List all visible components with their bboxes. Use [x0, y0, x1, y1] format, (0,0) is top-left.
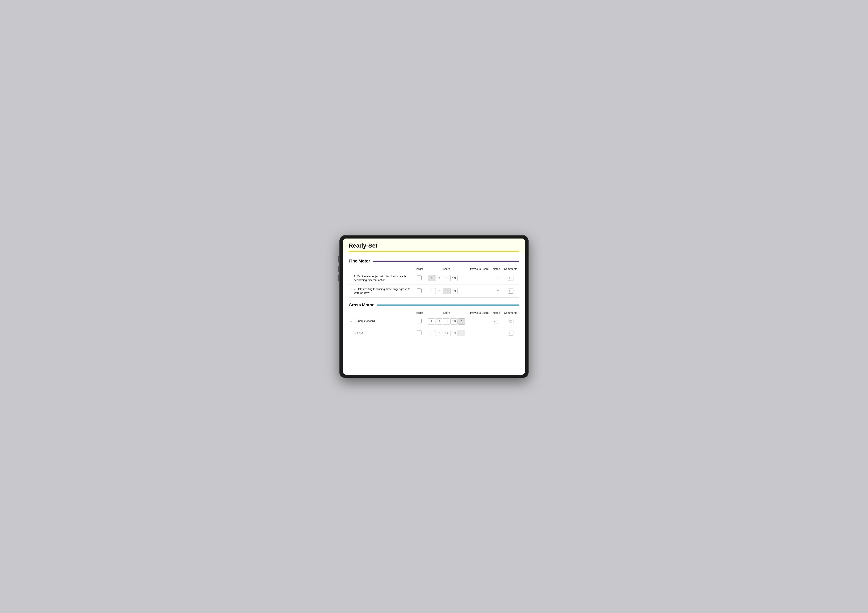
table-row: + 3. Jumps forward 2 1A — [349, 316, 519, 327]
row3-score-1i[interactable]: 1I — [443, 318, 450, 325]
col-score-gm: Score — [425, 310, 468, 316]
row1-dropdown-arrow-icon: ▾ — [498, 277, 499, 279]
row4-score-2[interactable]: 2 — [428, 330, 435, 336]
row4-description: + 4. Skips — [349, 327, 414, 339]
row3-score-2[interactable]: 2 — [428, 318, 435, 325]
row2-expand-icon[interactable]: + — [350, 288, 352, 292]
row4-expand-icon[interactable]: + — [350, 331, 352, 335]
row3-score-1ai[interactable]: 1AI — [450, 318, 457, 325]
row1-notes-cell: -- ▾ — [491, 272, 502, 285]
row2-score-cell: 2 1A 1I 1AI 0 — [425, 285, 468, 297]
row4-score-1ai[interactable]: 1AI — [450, 330, 457, 336]
svg-rect-0 — [510, 277, 512, 279]
col-comments-fm: Comments — [502, 266, 519, 272]
row2-target-cell — [414, 285, 425, 297]
row2-dropdown-arrow-icon: ▾ — [498, 289, 499, 292]
row3-target-checkbox[interactable] — [417, 319, 422, 324]
row2-score-1a[interactable]: 1A — [435, 288, 442, 294]
col-target-gm: Target — [414, 310, 425, 316]
row4-text: 4. Skips — [354, 331, 363, 334]
gross-motor-section: Gross Motor Target Score Previous Score … — [349, 303, 519, 339]
row1-label: + 1. Manipulates object with two hands, … — [350, 274, 412, 282]
gross-motor-header: Gross Motor — [349, 303, 519, 308]
row4-previous-cell — [468, 327, 491, 339]
row4-score-group: 2 1A 1b 1AI 0 — [427, 330, 466, 336]
row2-notes-cell: -- ▾ — [491, 285, 502, 297]
row1-score-group: 2 1A 1I 1AI 0 — [427, 275, 466, 282]
row2-comments-cell — [502, 285, 519, 297]
row2-notes-dropdown[interactable]: -- ▾ — [494, 289, 499, 293]
row1-comment-icon[interactable] — [508, 276, 513, 281]
row1-score-0[interactable]: 0 — [458, 275, 465, 282]
svg-rect-3 — [510, 332, 512, 334]
row1-comments-cell — [502, 272, 519, 285]
row4-score-0[interactable]: 0 — [458, 330, 465, 336]
row2-score-1ai[interactable]: 1AI — [450, 288, 457, 294]
row4-score-1i[interactable]: 1b — [443, 330, 450, 336]
row4-target-checkbox[interactable] — [417, 330, 422, 335]
row2-score-2[interactable]: 2 — [428, 288, 435, 294]
row2-target-checkbox[interactable] — [417, 288, 422, 293]
row3-score-1a[interactable]: 1A — [435, 318, 442, 325]
row4-label: + 4. Skips — [350, 331, 412, 335]
row3-comments-cell — [502, 316, 519, 327]
row3-score-cell: 2 1A 1I 1AI 0 — [425, 316, 468, 327]
gross-motor-table: Target Score Previous Score Notes Commen… — [349, 310, 519, 339]
side-button-top[interactable] — [338, 256, 339, 263]
side-button-mid[interactable] — [338, 266, 339, 272]
fine-motor-title: Fine Motor — [349, 259, 370, 263]
row3-expand-icon[interactable]: + — [350, 320, 352, 324]
row3-score-0[interactable]: 0 — [458, 318, 465, 325]
comment-bubble-icon — [509, 277, 512, 280]
gross-motor-bar — [377, 305, 519, 305]
row1-text: 1. Manipulates object with two hands, ea… — [354, 274, 412, 282]
row4-score-cell: 2 1A 1b 1AI 0 — [425, 327, 468, 339]
row2-text: 2. Holds writing tool using three-finger… — [354, 287, 412, 295]
row2-score-group: 2 1A 1I 1AI 0 — [427, 288, 466, 294]
row3-description: + 3. Jumps forward — [349, 316, 414, 327]
app-header: Ready-Set — [343, 238, 525, 254]
row2-previous-cell — [468, 285, 491, 297]
row4-comment-icon[interactable] — [508, 331, 513, 336]
row2-description: + 2. Holds writing tool using three-fing… — [349, 285, 414, 297]
row3-notes-text: -- — [494, 320, 497, 323]
row4-score-1a[interactable]: 1A — [435, 330, 442, 336]
svg-rect-2 — [510, 320, 512, 322]
row2-comment-icon[interactable] — [508, 288, 513, 294]
tablet-screen: Ready-Set Fine Motor Target Score Pre — [343, 238, 525, 375]
row1-score-cell: 2 1A 1I 1AI 0 — [425, 272, 468, 285]
row1-score-1a[interactable]: 1A — [435, 275, 442, 282]
row3-notes-dropdown[interactable]: -- ▾ — [494, 320, 499, 324]
row1-target-cell — [414, 272, 425, 285]
comment-bubble-icon — [509, 332, 512, 334]
row3-comment-icon[interactable] — [508, 319, 513, 324]
col-previous-gm: Previous Score — [468, 310, 491, 316]
row1-expand-icon[interactable]: + — [350, 275, 352, 279]
row1-description: + 1. Manipulates object with two hands, … — [349, 272, 414, 285]
col-description-gm — [349, 310, 414, 316]
side-button-bot[interactable] — [338, 275, 339, 282]
row1-notes-text: -- — [494, 276, 497, 280]
row3-text: 3. Jumps forward — [354, 319, 375, 323]
row3-label: + 3. Jumps forward — [350, 319, 412, 324]
row1-notes-dropdown[interactable]: -- ▾ — [494, 276, 499, 280]
col-target-fm: Target — [414, 266, 425, 272]
col-description-fm — [349, 266, 414, 272]
row2-score-0[interactable]: 0 — [458, 288, 465, 294]
col-notes-fm: Notes — [491, 266, 502, 272]
row3-score-group: 2 1A 1I 1AI 0 — [427, 318, 466, 325]
table-row: + 2. Holds writing tool using three-fing… — [349, 285, 519, 297]
gross-motor-title: Gross Motor — [349, 303, 374, 308]
table-row: + 1. Manipulates object with two hands, … — [349, 272, 519, 285]
row1-target-checkbox[interactable] — [417, 276, 422, 280]
row4-comments-cell — [502, 327, 519, 339]
fine-motor-bar — [373, 261, 519, 262]
fine-motor-section: Fine Motor Target Score Previous Score N… — [349, 259, 519, 298]
row1-score-1i[interactable]: 1I — [443, 275, 450, 282]
row1-score-1ai[interactable]: 1AI — [450, 275, 457, 282]
row1-previous-cell — [468, 272, 491, 285]
comment-bubble-icon — [509, 290, 512, 292]
row2-score-1i[interactable]: 1I — [443, 288, 450, 294]
row1-score-2[interactable]: 2 — [428, 275, 435, 282]
col-score-fm: Score — [425, 266, 468, 272]
